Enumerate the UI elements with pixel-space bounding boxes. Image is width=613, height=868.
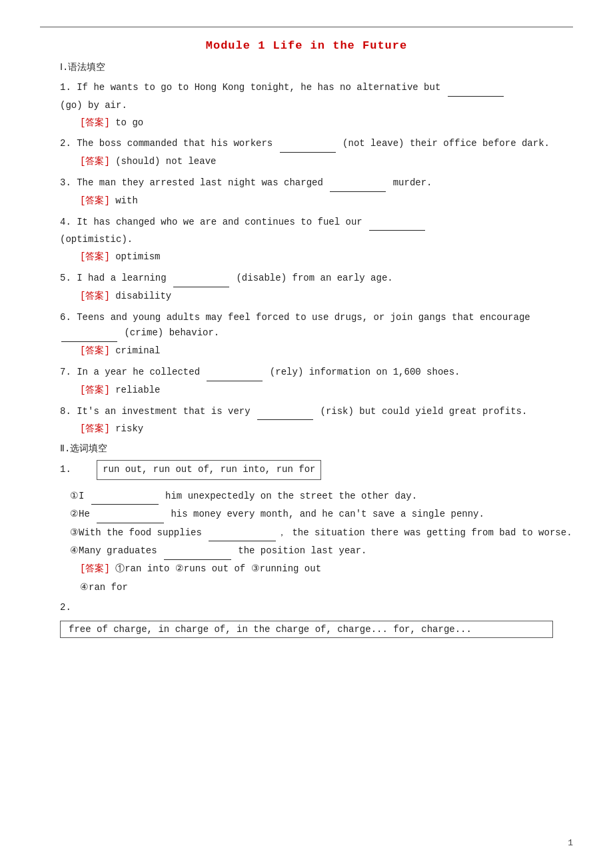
q2-blank [280, 136, 336, 153]
section2-header: Ⅱ.选词填空 [60, 443, 573, 455]
q3-answer-bracket: [答案] [80, 195, 110, 206]
q7-text: 7. In a year he collected (rely) informa… [60, 365, 573, 381]
q2-answer: [答案] (should) not leave [80, 154, 573, 170]
q8-text-content: It's an investment that is very (risk) b… [77, 406, 527, 417]
q4-text: 4. It has changed who we are and continu… [60, 215, 573, 231]
q8-number: 8. [60, 406, 71, 417]
q7-answer: [答案] reliable [80, 383, 573, 399]
sq3-blank [209, 525, 276, 542]
q4-answer-bracket: [答案] [80, 251, 110, 262]
page-number: 1 [568, 838, 573, 848]
q5-answer-bracket: [答案] [80, 291, 110, 301]
q1-blank [448, 80, 504, 97]
q5-answer: [答案] disability [80, 289, 573, 305]
q7-text-content: In a year he collected (rely) informatio… [77, 367, 460, 377]
s2-answer-parts: ①ran into ②runs out of ③running out [115, 563, 321, 574]
q5-text-content: I had a learning (disable) from an early… [77, 273, 392, 283]
sub-question-3: ③With the food supplies ， the situation … [70, 525, 573, 542]
q6-answer: [答案] criminal [80, 343, 573, 359]
sq1-circle: ① [70, 491, 79, 501]
q5-number: 5. [60, 273, 71, 283]
q3-text: 3. The man they arrested last night was … [60, 175, 573, 192]
sq4-circle: ④ [70, 545, 79, 556]
q6-text-content: Teens and young adults may feel forced t… [60, 312, 530, 339]
question-5: 5. I had a learning (disable) from an ea… [40, 271, 573, 305]
q7-number: 7. [60, 367, 71, 377]
q6-number: 6. [60, 312, 71, 323]
q4-continuation: (optimistic). [60, 232, 573, 248]
q2-number: 2. [60, 138, 71, 149]
sq1-blank [91, 488, 159, 505]
question-4: 4. It has changed who we are and continu… [40, 215, 573, 265]
q4-number: 4. [60, 217, 71, 227]
q4-answer-value: optimism [115, 251, 160, 262]
phrase-box-1: run out, run out of, run into, run for [97, 460, 321, 480]
question-7: 7. In a year he collected (rely) informa… [40, 365, 573, 399]
q7-blank [207, 365, 263, 381]
sq3-circle: ③ [70, 527, 79, 538]
q1-text: 1. If he wants to go to Hong Kong tonigh… [60, 80, 573, 97]
section2-item1-number: 1. run out, run out of, run into, run fo… [60, 460, 573, 485]
q2-text-before: The boss commanded that his workers (not… [77, 138, 550, 149]
sq4-blank [164, 543, 231, 560]
section1-header: Ⅰ.语法填空 [60, 61, 573, 73]
q4-blank [369, 215, 425, 231]
q5-text: 5. I had a learning (disable) from an ea… [60, 271, 573, 287]
q1-continuation: (go) by air. [60, 98, 573, 114]
q3-text-content: The man they arrested last night was cha… [77, 177, 432, 188]
q8-blank [257, 404, 313, 421]
section2-item1-answer-extra: ④ran for [80, 580, 573, 596]
q6-answer-value: criminal [115, 345, 160, 356]
q1-answer-bracket: [答案] [80, 117, 110, 128]
phrase-box-2: free of charge, in charge of, in the cha… [60, 621, 553, 638]
sub-question-2: ②He his money every month, and he can't … [70, 506, 573, 523]
section2-item2-number: 2. [60, 600, 573, 616]
sq2-circle: ② [70, 509, 79, 519]
q3-number: 3. [60, 177, 71, 188]
sub-question-4: ④Many graduates the position last year. [70, 543, 573, 560]
question-2: 2. The boss commanded that his workers (… [40, 136, 573, 170]
q6-text: 6. Teens and young adults may feel force… [60, 310, 573, 343]
page-title: Module 1 Life in the Future [40, 39, 573, 52]
q1-text-before: If he wants to go to Hong Kong tonight, … [77, 82, 505, 93]
question-6: 6. Teens and young adults may feel force… [40, 310, 573, 359]
q3-answer-value: with [115, 195, 138, 206]
top-divider [40, 27, 573, 27]
q4-answer: [答案] optimism [80, 249, 573, 265]
q1-answer: [答案] to go [80, 115, 573, 131]
question-3: 3. The man they arrested last night was … [40, 175, 573, 209]
q1-answer-value: to go [115, 117, 143, 128]
q3-blank [330, 175, 386, 192]
s2-answer-bracket: [答案] [80, 563, 110, 574]
q8-answer-value: risky [115, 423, 143, 434]
section2-item1-answer: [答案] ①ran into ②runs out of ③running out [80, 561, 573, 577]
question-1: 1. If he wants to go to Hong Kong tonigh… [40, 80, 573, 131]
q6-answer-bracket: [答案] [80, 345, 110, 356]
q7-answer-bracket: [答案] [80, 385, 110, 395]
q2-answer-bracket: [答案] [80, 156, 110, 167]
q5-answer-value: disability [115, 291, 171, 301]
q8-answer-bracket: [答案] [80, 423, 110, 434]
q8-answer: [答案] risky [80, 421, 573, 437]
q4-text-content: It has changed who we are and continues … [77, 217, 426, 227]
q3-answer: [答案] with [80, 193, 573, 209]
q8-text: 8. It's an investment that is very (risk… [60, 404, 573, 421]
q6-blank [61, 325, 117, 342]
sub-question-1: ①I him unexpectedly on the street the ot… [70, 488, 573, 505]
q2-text: 2. The boss commanded that his workers (… [60, 136, 573, 153]
question-8: 8. It's an investment that is very (risk… [40, 404, 573, 438]
q1-number: 1. [60, 82, 71, 93]
q7-answer-value: reliable [115, 385, 160, 395]
q2-answer-value: (should) not leave [115, 156, 216, 167]
q5-blank [173, 271, 229, 287]
sq2-blank [97, 506, 164, 523]
